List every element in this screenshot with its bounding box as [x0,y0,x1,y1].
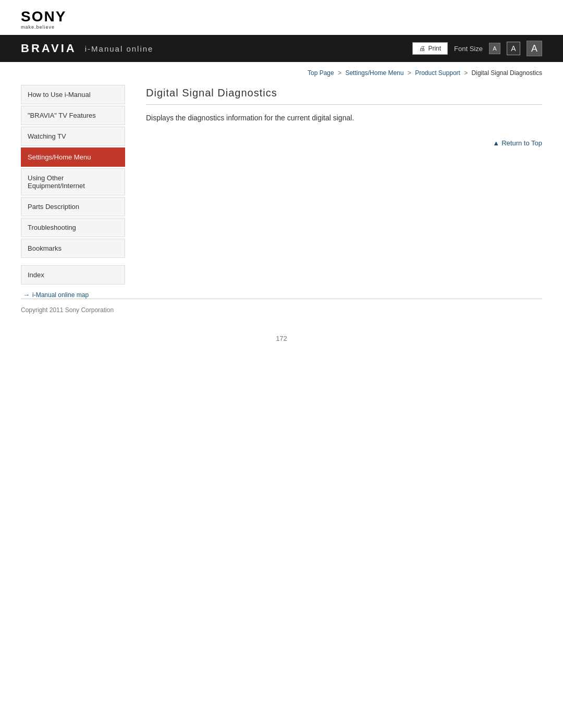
breadcrumb-current-page: Digital Signal Diagnostics [472,69,542,77]
breadcrumb-product-support[interactable]: Product Support [415,69,460,77]
breadcrumb-sep-2: > [408,69,411,77]
sidebar-item-settings-home-menu[interactable]: Settings/Home Menu [21,147,125,167]
sony-logo-text: SONY [21,9,66,24]
return-top-arrow-icon: ▲ [493,139,499,147]
font-size-large-button[interactable]: A [527,41,542,56]
return-top-label: Return to Top [501,139,542,147]
content-wrapper: How to Use i-Manual "BRAVIA" TV Features… [0,80,563,299]
sidebar-item-bookmarks[interactable]: Bookmarks [21,239,125,258]
print-label: Print [428,45,441,52]
breadcrumb: Top Page > Settings/Home Menu > Product … [0,62,563,80]
sidebar-item-index[interactable]: Index [21,265,125,285]
sony-tagline: make.believe [21,24,55,30]
sidebar-item-bravia-features[interactable]: "BRAVIA" TV Features [21,106,125,125]
page-description: Displays the diagnostics information for… [146,112,542,124]
bravia-title-area: BRAVIA i-Manual online [21,42,153,55]
print-icon: 🖨 [419,45,425,52]
bravia-logo-text: BRAVIA [21,42,77,55]
font-size-medium-button[interactable]: A [507,42,520,55]
page-title: Digital Signal Diagnostics [146,80,542,105]
page-number: 172 [0,329,563,348]
sidebar-item-watching-tv[interactable]: Watching TV [21,127,125,146]
sidebar-item-how-to-use[interactable]: How to Use i-Manual [21,85,125,104]
sidebar-item-using-other-equipment[interactable]: Using Other Equipment/Internet [21,168,125,195]
sidebar-item-troubleshooting[interactable]: Troubleshooting [21,218,125,237]
breadcrumb-top-page[interactable]: Top Page [308,69,334,77]
logo-area: SONY make.believe [0,0,563,35]
content-area: Digital Signal Diagnostics Displays the … [136,80,542,299]
font-size-label: Font Size [454,45,483,53]
return-to-top-link[interactable]: ▲ Return to Top [493,139,542,147]
arrow-right-icon: → [23,291,30,299]
footer-area: Copyright 2011 Sony Corporation [0,299,563,329]
sidebar-map-link[interactable]: → i-Manual online map [21,291,125,299]
breadcrumb-sep-3: > [464,69,468,77]
sidebar-item-parts-description[interactable]: Parts Description [21,197,125,216]
sidebar-map-link-label: i-Manual online map [32,291,89,299]
sony-logo: SONY make.believe [21,9,66,30]
nav-right-controls: 🖨 Print Font Size A A A [412,41,542,56]
breadcrumb-sep-1: > [338,69,341,77]
breadcrumb-settings-menu[interactable]: Settings/Home Menu [345,69,403,77]
font-size-small-button[interactable]: A [489,43,500,54]
return-top-row: ▲ Return to Top [146,124,542,155]
top-nav-bar: BRAVIA i-Manual online 🖨 Print Font Size… [0,35,563,62]
i-manual-label: i-Manual online [85,44,154,53]
sidebar: How to Use i-Manual "BRAVIA" TV Features… [21,80,136,299]
print-button[interactable]: 🖨 Print [412,42,448,55]
copyright-text: Copyright 2011 Sony Corporation [21,306,114,314]
